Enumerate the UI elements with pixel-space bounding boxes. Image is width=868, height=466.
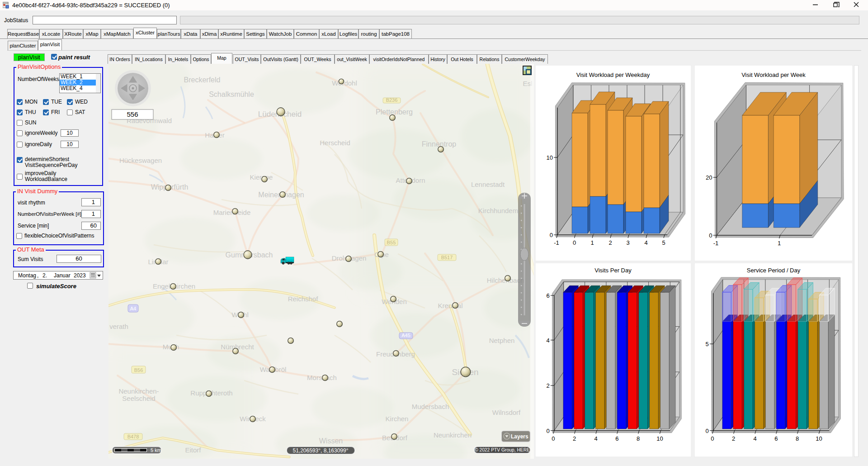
svg-text:4: 4: [644, 239, 647, 246]
svg-text:3: 3: [626, 239, 629, 246]
svg-text:-1: -1: [554, 239, 559, 246]
svg-text:B236: B236: [386, 97, 398, 103]
svg-text:Layers: Layers: [511, 433, 528, 440]
svg-text:B478: B478: [127, 434, 139, 439]
svg-text:Neunkirchen: Neunkirchen: [434, 431, 472, 439]
svg-text:5: 5: [706, 341, 709, 347]
svg-text:0: 0: [573, 239, 576, 246]
svg-text:Schalksmühle: Schalksmühle: [209, 90, 254, 98]
svg-text:51,206593°, 8,163099°: 51,206593°, 8,163099°: [292, 447, 348, 454]
svg-text:0: 0: [552, 435, 555, 442]
svg-text:2: 2: [609, 239, 612, 246]
svg-text:Kreuztal: Kreuztal: [438, 302, 462, 309]
svg-text:1: 1: [778, 240, 781, 247]
svg-text:0: 0: [706, 428, 709, 434]
svg-text:5 km: 5 km: [151, 447, 161, 453]
svg-text:6: 6: [774, 435, 778, 442]
svg-text:6: 6: [615, 435, 618, 442]
svg-text:Reichshof: Reichshof: [288, 295, 319, 303]
svg-text:5: 5: [662, 239, 665, 246]
svg-text:10: 10: [656, 435, 663, 442]
svg-text:Wilnsdorf: Wilnsdorf: [492, 409, 521, 416]
svg-text:Hückeswagen: Hückeswagen: [119, 157, 162, 164]
svg-text:1: 1: [590, 239, 594, 246]
svg-text:© 2022 PTV Group, HERE: © 2022 PTV Group, HERE: [475, 447, 530, 452]
svg-text:A45: A45: [401, 333, 410, 338]
svg-text:Visits Per Day: Visits Per Day: [594, 267, 632, 274]
svg-text:Kirchen: Kirchen: [386, 415, 409, 423]
svg-text:6: 6: [547, 292, 550, 299]
svg-text:Neunkirchen-: Neunkirchen-: [118, 387, 159, 395]
svg-text:-1: -1: [713, 240, 719, 247]
svg-text:0: 0: [711, 435, 714, 442]
svg-text:4: 4: [547, 337, 550, 344]
svg-text:Mudersbach: Mudersbach: [412, 403, 449, 410]
svg-text:4: 4: [753, 435, 756, 442]
svg-text:B56: B56: [134, 367, 143, 373]
svg-text:B55: B55: [387, 240, 396, 245]
svg-text:556: 556: [127, 110, 138, 118]
svg-text:2: 2: [547, 382, 550, 389]
svg-text:2: 2: [573, 435, 576, 442]
svg-text:Service Period / Day: Service Period / Day: [747, 267, 801, 274]
svg-text:0: 0: [547, 428, 550, 434]
svg-text:Kirchhundem: Kirchhundem: [478, 207, 518, 214]
svg-text:Morsbach: Morsbach: [307, 374, 337, 381]
svg-text:Lennestadt: Lennestadt: [471, 181, 505, 188]
svg-text:Seelscheid: Seelscheid: [122, 395, 155, 402]
svg-text:4: 4: [594, 435, 597, 442]
svg-text:Plettenberg: Plettenberg: [376, 108, 413, 116]
svg-text:Netphen: Netphen: [489, 337, 515, 344]
svg-text:2: 2: [732, 435, 735, 442]
svg-text:Breckerfeld: Breckerfeld: [184, 76, 221, 84]
svg-text:0: 0: [709, 232, 712, 239]
svg-text:0: 0: [550, 232, 553, 238]
svg-text:verath: verath: [109, 323, 128, 330]
svg-text:Visit Workload per Week: Visit Workload per Week: [741, 71, 806, 78]
svg-text:Werdohl: Werdohl: [332, 79, 357, 87]
svg-text:Visit Workload per Weekday: Visit Workload per Weekday: [576, 71, 650, 78]
svg-text:8: 8: [637, 435, 640, 442]
svg-text:Kierspe: Kierspe: [250, 173, 273, 181]
svg-text:Wissen: Wissen: [319, 437, 343, 445]
svg-text:Eitorf: Eitorf: [185, 446, 201, 454]
svg-text:20: 20: [706, 174, 712, 181]
svg-text:B517: B517: [441, 255, 453, 260]
svg-text:10: 10: [816, 435, 822, 442]
svg-text:Marienheide: Marienheide: [213, 209, 251, 216]
svg-text:Herscheid: Herscheid: [320, 139, 350, 147]
svg-text:10: 10: [547, 154, 553, 161]
svg-text:8: 8: [796, 435, 799, 442]
svg-text:A4: A4: [130, 306, 136, 311]
